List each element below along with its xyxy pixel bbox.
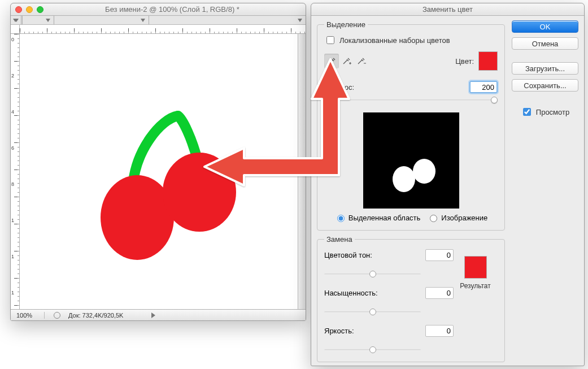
menu-icon[interactable]	[13, 19, 18, 22]
dialog-title[interactable]: Заменить цвет	[311, 3, 584, 16]
ruler-tick: 0	[11, 37, 14, 42]
radio-selection[interactable]: Выделенная область	[334, 213, 421, 222]
radio-icon[interactable]	[430, 215, 437, 222]
localized-clusters-label: Локализованные наборы цветов	[339, 36, 450, 45]
ok-button[interactable]: OK	[512, 20, 578, 33]
cancel-button[interactable]: Отмена	[512, 37, 578, 50]
replace-legend: Замена	[324, 235, 355, 244]
ruler-corner	[11, 25, 20, 34]
menu-icon[interactable]	[298, 19, 302, 22]
zoom-icon[interactable]	[37, 6, 43, 13]
lightness-slider[interactable]	[324, 346, 421, 354]
selection-group: Выделение Локализованные наборы цветов	[317, 20, 505, 231]
titlebar[interactable]: Без имени-2 @ 100% (Слой 1, RGB/8) *	[11, 3, 306, 16]
saturation-input[interactable]	[425, 287, 454, 299]
ruler-vertical[interactable]: 0 2 4 6 8 1 1 1	[11, 34, 20, 309]
hue-label: Цветовой тон:	[324, 251, 421, 259]
save-button[interactable]: Сохранить...	[512, 79, 578, 92]
preview-label: Просмотр	[536, 108, 569, 116]
status-icon[interactable]	[54, 312, 60, 319]
radio-image-label: Изображение	[441, 214, 487, 222]
ruler-tick: 2	[11, 73, 14, 79]
ruler-tick: 8	[11, 181, 14, 187]
hue-slider[interactable]	[324, 270, 421, 278]
document-title: Без имени-2 @ 100% (Слой 1, RGB/8) *	[43, 5, 301, 14]
replace-color-dialog: Заменить цвет Выделение Локализованные н…	[311, 3, 585, 366]
toolbar	[11, 16, 306, 25]
slider-thumb-icon[interactable]	[491, 97, 498, 103]
eyedropper-icon[interactable]	[324, 54, 339, 68]
document-window: Без имени-2 @ 100% (Слой 1, RGB/8) * 0 2…	[10, 3, 306, 321]
menu-icon[interactable]	[46, 19, 50, 22]
statusbar: 100% Док: 732,4K/920,5K	[11, 309, 306, 320]
preview-checkbox[interactable]: Просмотр	[512, 106, 578, 118]
replace-group: Замена Цветовой тон: Насыщенность: Яркос…	[317, 235, 505, 362]
radio-selection-label: Выделенная область	[349, 214, 421, 222]
selection-legend: Выделение	[324, 20, 368, 29]
load-button[interactable]: Загрузить...	[512, 62, 578, 75]
radio-image[interactable]: Изображение	[427, 213, 487, 222]
ruler-tick: 4	[11, 109, 14, 115]
cherry-stem	[20, 34, 302, 309]
doc-size: Док: 732,4K/920,5K	[66, 312, 123, 319]
result-label: Результат	[460, 282, 491, 290]
close-icon[interactable]	[15, 6, 22, 13]
ruler-tick: 1	[11, 218, 14, 223]
ruler-tick: 1	[11, 290, 14, 296]
ruler-tick: 6	[11, 145, 14, 151]
canvas[interactable]	[20, 34, 298, 309]
ruler-horizontal[interactable]	[20, 25, 306, 34]
minimize-icon[interactable]	[26, 6, 33, 13]
lightness-input[interactable]	[425, 325, 454, 337]
fuzziness-slider[interactable]	[324, 95, 498, 105]
color-label: Цвет:	[455, 57, 474, 66]
sample-color-swatch[interactable]	[478, 51, 498, 71]
cherry-shape	[163, 153, 236, 232]
hue-input[interactable]	[425, 249, 454, 261]
selection-preview[interactable]	[363, 112, 459, 209]
lightness-label: Яркость:	[324, 327, 421, 335]
window-controls	[15, 6, 43, 13]
saturation-label: Насыщенность:	[324, 289, 421, 297]
checkbox-icon[interactable]	[326, 36, 334, 44]
fuzziness-label: Разброс:	[324, 83, 465, 92]
zoom-level[interactable]: 100%	[14, 312, 45, 319]
radio-icon[interactable]	[337, 215, 345, 222]
expand-icon[interactable]	[151, 312, 155, 318]
ruler-tick: 1	[11, 254, 14, 259]
checkbox-icon[interactable]	[523, 108, 531, 116]
menu-icon[interactable]	[141, 19, 145, 22]
localized-clusters-checkbox[interactable]: Локализованные наборы цветов	[324, 34, 498, 46]
saturation-slider[interactable]	[324, 308, 421, 316]
eyedropper-subtract-icon[interactable]	[354, 54, 368, 68]
fuzziness-input[interactable]	[469, 81, 498, 93]
eyedropper-add-icon[interactable]	[339, 54, 354, 68]
result-color-swatch[interactable]	[464, 256, 487, 279]
